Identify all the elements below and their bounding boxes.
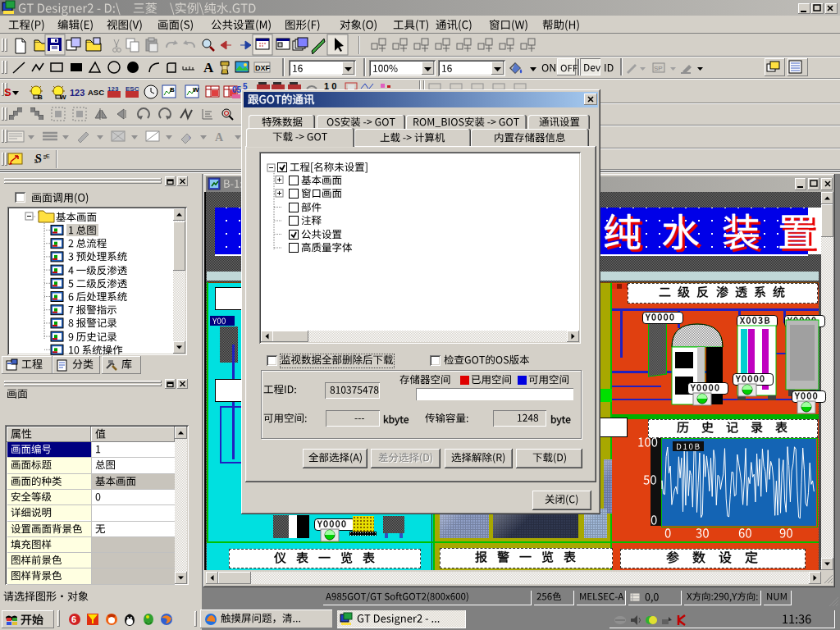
svg-text:SP: SP [654, 65, 663, 72]
svg-text:6: 6 [71, 614, 76, 624]
